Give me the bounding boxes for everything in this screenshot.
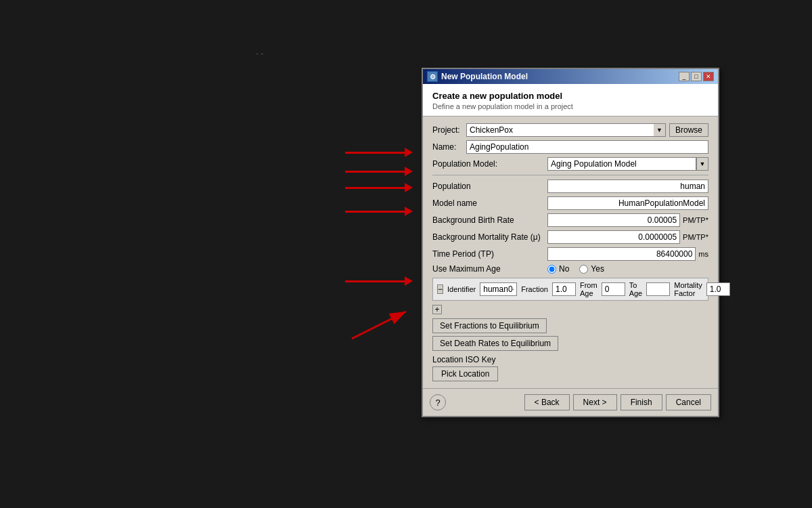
- population-model-combo: ▼: [547, 157, 708, 171]
- population-model-label: Population Model:: [432, 159, 547, 169]
- time-period-field: ms: [547, 247, 708, 261]
- radio-no-input[interactable]: [547, 265, 556, 274]
- name-row: Name:: [432, 140, 708, 154]
- model-name-label: Model name: [432, 198, 547, 208]
- dialog-window: ⚙ New Population Model _ □ ✕ Create a ne…: [422, 68, 719, 417]
- identifier-label: Identifier: [447, 285, 476, 293]
- model-name-row: Model name: [432, 196, 708, 210]
- name-label: Name:: [432, 142, 466, 152]
- population-field: [547, 179, 708, 193]
- set-death-rates-button[interactable]: Set Death Rates to Equilibrium: [432, 336, 558, 351]
- time-period-unit: ms: [698, 250, 708, 258]
- project-input[interactable]: [466, 123, 654, 137]
- radio-no[interactable]: No: [547, 264, 569, 274]
- project-row: Project: ▼ Browse: [432, 123, 708, 137]
- radio-yes-input[interactable]: [579, 265, 588, 274]
- identifier-input[interactable]: [480, 282, 517, 296]
- max-age-radio-group: No Yes: [547, 264, 708, 274]
- radio-yes-label: Yes: [591, 264, 604, 274]
- radio-no-label: No: [559, 264, 569, 274]
- header-title: Create a new population model: [432, 91, 708, 101]
- back-button[interactable]: < Back: [524, 394, 570, 410]
- name-input[interactable]: [466, 140, 708, 154]
- to-age-input[interactable]: [646, 282, 670, 296]
- population-input[interactable]: [547, 179, 708, 193]
- add-age-group-button[interactable]: +: [432, 305, 442, 314]
- action-buttons: Set Fractions to Equilibrium Set Death R…: [432, 318, 708, 351]
- population-row: Population: [432, 179, 708, 193]
- dialog-footer: ? < Back Next > Finish Cancel: [423, 388, 718, 416]
- title-buttons: _ □ ✕: [679, 72, 714, 81]
- from-age-input[interactable]: [602, 282, 625, 296]
- population-model-dropdown-btn[interactable]: ▼: [696, 157, 708, 171]
- set-fractions-button[interactable]: Set Fractions to Equilibrium: [432, 318, 547, 333]
- mortality-rate-input[interactable]: [547, 230, 680, 244]
- from-age-label: From Age: [580, 281, 597, 297]
- project-label: Project:: [432, 125, 466, 135]
- model-name-field: [547, 196, 708, 210]
- dots-label: - -: [256, 49, 263, 58]
- pick-location-button[interactable]: Pick Location: [432, 366, 498, 381]
- close-button[interactable]: ✕: [703, 72, 714, 81]
- birth-rate-unit: PM/TP*: [683, 216, 708, 224]
- max-age-label: Use Maximum Age: [432, 264, 547, 274]
- dialog-title-text: New Population Model: [441, 72, 528, 81]
- location-section: Location ISO Key Pick Location: [432, 355, 708, 381]
- separator-1: [432, 175, 708, 175]
- arrow-diagonal: [345, 308, 413, 342]
- age-group-row: − Identifier Fraction From Age To Age Mo…: [432, 278, 708, 301]
- dialog-body: Project: ▼ Browse Name: Population Model…: [423, 117, 718, 388]
- birth-rate-field: PM/TP*: [547, 213, 708, 227]
- radio-yes[interactable]: Yes: [579, 264, 604, 274]
- birth-rate-row: Background Birth Rate PM/TP*: [432, 213, 708, 227]
- project-combo: ▼: [466, 123, 666, 137]
- dialog-titlebar: ⚙ New Population Model _ □ ✕: [423, 69, 718, 84]
- time-period-row: Time Period (TP) ms: [432, 247, 708, 261]
- mortality-factor-label: Mortality Factor: [674, 281, 702, 297]
- time-period-label: Time Period (TP): [432, 249, 547, 259]
- next-button[interactable]: Next >: [573, 394, 617, 410]
- mortality-rate-unit: PM/TP*: [683, 233, 708, 241]
- location-label: Location ISO Key: [432, 355, 708, 364]
- dialog-icon: ⚙: [427, 71, 438, 82]
- maximize-button[interactable]: □: [691, 72, 702, 81]
- arrow-2: [345, 167, 413, 176]
- finish-button[interactable]: Finish: [621, 394, 662, 410]
- dialog-header: Create a new population model Define a n…: [423, 84, 718, 117]
- cancel-button[interactable]: Cancel: [666, 394, 711, 410]
- to-age-label: To Age: [629, 281, 643, 297]
- header-subtitle: Define a new population model in a proje…: [432, 102, 708, 110]
- population-label: Population: [432, 182, 547, 191]
- dialog-title-area: ⚙ New Population Model: [427, 71, 528, 82]
- mortality-rate-row: Background Mortality Rate (μ) PM/TP*: [432, 230, 708, 244]
- time-period-input[interactable]: [547, 247, 696, 261]
- project-dropdown-btn[interactable]: ▼: [654, 123, 666, 137]
- browse-button[interactable]: Browse: [669, 123, 708, 137]
- birth-rate-input[interactable]: [547, 213, 680, 227]
- arrow-5: [345, 276, 413, 286]
- population-model-input[interactable]: [547, 157, 696, 171]
- svg-line-1: [352, 312, 406, 339]
- fraction-input[interactable]: [552, 282, 576, 296]
- help-button[interactable]: ?: [430, 394, 446, 410]
- model-name-input[interactable]: [547, 196, 708, 210]
- arrow-4: [345, 207, 413, 216]
- remove-age-group-button[interactable]: −: [437, 284, 443, 294]
- arrow-1: [345, 148, 413, 157]
- arrow-3: [345, 183, 413, 192]
- mortality-rate-field: PM/TP*: [547, 230, 708, 244]
- fraction-label: Fraction: [521, 285, 548, 293]
- mortality-factor-input[interactable]: [706, 282, 730, 296]
- max-age-row: Use Maximum Age No Yes: [432, 264, 708, 274]
- mortality-rate-label: Background Mortality Rate (μ): [432, 232, 547, 242]
- minimize-button[interactable]: _: [679, 72, 690, 81]
- birth-rate-label: Background Birth Rate: [432, 215, 547, 225]
- population-model-row: Population Model: ▼: [432, 157, 708, 171]
